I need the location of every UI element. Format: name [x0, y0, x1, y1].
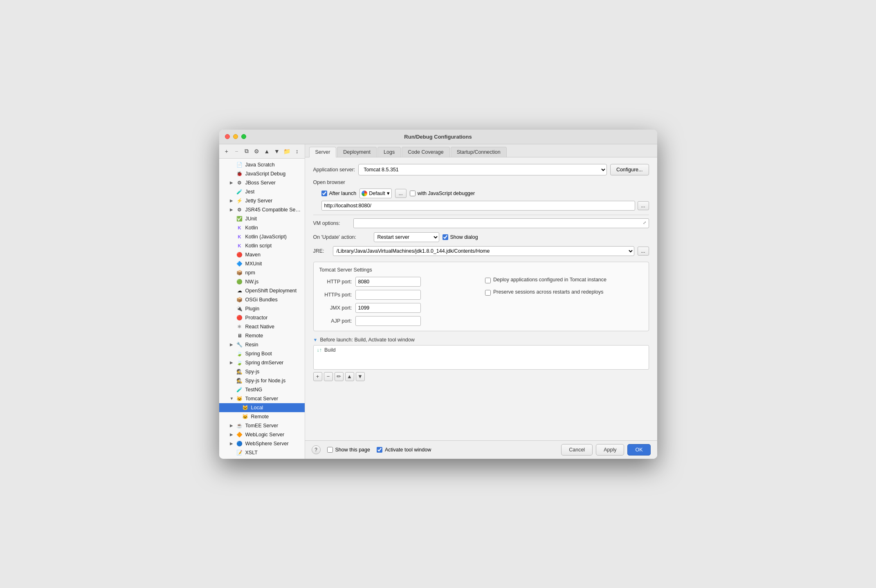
sidebar-item-websphere[interactable]: ▶ 🔵 WebSphere Server	[219, 439, 305, 448]
url-input[interactable]	[321, 201, 635, 211]
tab-deployment[interactable]: Deployment	[337, 147, 377, 157]
show-page-checkbox[interactable]	[327, 447, 333, 453]
update-action-select[interactable]: Restart server	[374, 232, 439, 242]
sidebar-item-spring-dm[interactable]: ▶ 🍃 Spring dmServer	[219, 358, 305, 367]
sidebar-item-tomee[interactable]: ▶ ☕ TomEE Server	[219, 421, 305, 430]
jmx-port-input[interactable]	[355, 303, 421, 313]
sidebar-item-nwjs[interactable]: 🟢 NW.js	[219, 277, 305, 286]
sidebar-item-remote[interactable]: 🖥 Remote	[219, 331, 305, 340]
remove-config-button[interactable]: −	[232, 147, 241, 156]
js-debugger-checkbox[interactable]	[410, 191, 416, 196]
jre-dots-button[interactable]: ...	[638, 247, 649, 256]
activate-window-checkbox[interactable]	[377, 447, 382, 453]
settings-button[interactable]: ⚙	[252, 147, 261, 156]
bl-add-button[interactable]: +	[313, 372, 322, 381]
deploy-apps-checkbox[interactable]	[485, 278, 491, 283]
sidebar-item-weblogic[interactable]: ▶ 🔶 WebLogic Server	[219, 430, 305, 439]
sidebar-item-kotlin[interactable]: K Kotlin	[219, 223, 305, 232]
close-button[interactable]	[225, 134, 230, 139]
configure-button[interactable]: Configure...	[610, 164, 649, 175]
sidebar-item-openshift[interactable]: ☁ OpenShift Deployment	[219, 286, 305, 295]
nwjs-icon: 🟢	[236, 278, 243, 285]
minimize-button[interactable]	[233, 134, 238, 139]
maximize-button[interactable]	[241, 134, 246, 139]
sidebar-item-npm[interactable]: 📦 npm	[219, 268, 305, 277]
browser-dropdown-icon: ▾	[387, 190, 390, 196]
https-port-input[interactable]	[355, 290, 421, 300]
app-server-select[interactable]: Tomcat 8.5.351	[358, 164, 607, 175]
sidebar-item-kotlin-js[interactable]: K Kotlin (JavaScript)	[219, 232, 305, 241]
copy-config-button[interactable]: ⧉	[243, 147, 251, 156]
sidebar-item-spy-js-node[interactable]: 🕵 Spy-js for Node.js	[219, 376, 305, 385]
folder-button[interactable]: 📁	[283, 147, 291, 156]
sidebar-item-javascript-debug[interactable]: 🐞 JavaScript Debug	[219, 169, 305, 178]
ajp-port-input[interactable]	[355, 316, 421, 326]
show-dialog-checkbox-label[interactable]: Show dialog	[442, 234, 478, 240]
bl-edit-button[interactable]: ✏	[335, 372, 344, 381]
ok-button[interactable]: OK	[627, 444, 650, 456]
after-launch-checkbox-label[interactable]: After launch	[321, 191, 357, 196]
sidebar-item-junit[interactable]: ✅ JUnit	[219, 214, 305, 223]
sidebar-item-tomcat-server[interactable]: ▼ 🐱 Tomcat Server	[219, 394, 305, 403]
tab-logs[interactable]: Logs	[377, 147, 401, 157]
preserve-sessions-row: Preserve sessions across restarts and re…	[485, 289, 643, 296]
http-port-input[interactable]	[355, 277, 421, 287]
osgi-label: OSGi Bundles	[245, 297, 278, 303]
after-launch-checkbox[interactable]	[321, 191, 327, 196]
sidebar-item-mxunit[interactable]: 🔷 MXUnit	[219, 259, 305, 268]
apply-button[interactable]: Apply	[596, 444, 624, 456]
activate-row: Activate tool window	[377, 447, 431, 453]
show-dialog-checkbox[interactable]	[442, 234, 448, 240]
browser-select[interactable]: Default ▾	[359, 189, 392, 198]
url-row: ...	[313, 201, 649, 211]
tab-startup-connection[interactable]: Startup/Connection	[451, 147, 507, 157]
sort-button[interactable]: ↕	[293, 147, 301, 156]
bl-up-button[interactable]: ▲	[345, 372, 354, 381]
sidebar-item-osgi[interactable]: 📦 OSGi Bundles	[219, 295, 305, 304]
move-down-button[interactable]: ▼	[273, 147, 281, 156]
sidebar-item-jest[interactable]: 🧪 Jest	[219, 187, 305, 196]
sidebar-item-tomcat-local[interactable]: 🐱 Local	[219, 403, 305, 412]
browser-dots-button[interactable]: ...	[395, 189, 407, 198]
sidebar-item-spring-boot[interactable]: 🍃 Spring Boot	[219, 349, 305, 358]
sidebar-item-kotlin-script[interactable]: K Kotlin script	[219, 241, 305, 250]
url-dots-button[interactable]: ...	[638, 201, 649, 210]
sidebar-list: 📄 Java Scratch 🐞 JavaScript Debug ▶ ⚙ JB…	[219, 159, 305, 459]
sidebar-item-react-native[interactable]: ⚛ React Native	[219, 322, 305, 331]
move-up-button[interactable]: ▲	[263, 147, 271, 156]
sidebar-item-xslt[interactable]: 📝 XSLT	[219, 448, 305, 457]
js-debugger-checkbox-label[interactable]: with JavaScript debugger	[410, 191, 475, 196]
tab-code-coverage[interactable]: Code Coverage	[402, 147, 450, 157]
after-launch-label: After launch	[329, 191, 357, 196]
tomcat-settings-section: Tomcat Server Settings HTTP port: HTTPs …	[313, 262, 649, 331]
sidebar-item-maven[interactable]: 🔴 Maven	[219, 250, 305, 259]
preserve-sessions-checkbox[interactable]	[485, 290, 491, 296]
sidebar-item-jboss[interactable]: ▶ ⚙ JBoss Server	[219, 178, 305, 187]
sidebar-item-tomcat-remote[interactable]: 🐱 Remote	[219, 412, 305, 421]
http-port-label: HTTP port:	[319, 279, 352, 285]
vm-options-input[interactable]	[353, 218, 649, 228]
sidebar-item-resin[interactable]: ▶ 🔧 Resin	[219, 340, 305, 349]
resin-label: Resin	[245, 342, 258, 348]
sidebar-item-jsr45[interactable]: ▶ ⚙ JSR45 Compatible Server	[219, 205, 305, 214]
bl-down-button[interactable]: ▼	[356, 372, 365, 381]
sidebar-item-jetty[interactable]: ▶ ⚡ Jetty Server	[219, 196, 305, 205]
remote-icon: 🖥	[236, 332, 243, 339]
bl-remove-button[interactable]: −	[324, 372, 333, 381]
before-launch-collapse-arrow[interactable]: ▼	[313, 337, 318, 342]
before-launch-section: ▼ Before launch: Build, Activate tool wi…	[313, 337, 649, 381]
sidebar-item-plugin[interactable]: 🔌 Plugin	[219, 304, 305, 313]
help-button[interactable]: ?	[312, 445, 321, 454]
maven-label: Maven	[245, 252, 261, 258]
tomcat-settings-grid: HTTP port: HTTPs port: JMX port:	[319, 277, 643, 326]
vm-expand-button[interactable]: ⤢	[641, 219, 648, 227]
kotlin-js-icon: K	[236, 233, 243, 240]
jre-select[interactable]: /Library/Java/JavaVirtualMachines/jdk1.8…	[333, 246, 634, 256]
sidebar-item-testng[interactable]: 🧪 TestNG	[219, 385, 305, 394]
sidebar-item-java-scratch[interactable]: 📄 Java Scratch	[219, 160, 305, 169]
sidebar-item-protractor[interactable]: 🔴 Protractor	[219, 313, 305, 322]
tab-server[interactable]: Server	[309, 147, 337, 157]
add-config-button[interactable]: +	[222, 147, 231, 156]
sidebar-item-spy-js[interactable]: 🕵 Spy-js	[219, 367, 305, 376]
cancel-button[interactable]: Cancel	[561, 444, 593, 456]
